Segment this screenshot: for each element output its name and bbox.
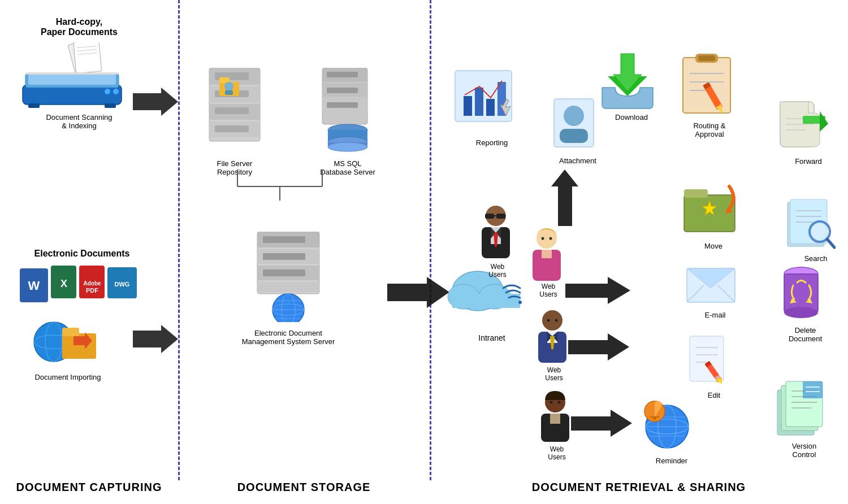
divider-1 [178,0,180,480]
svg-marker-139 [820,111,828,132]
svg-point-98 [555,319,558,322]
reminder-icon [639,396,695,454]
svg-marker-32 [133,325,178,353]
attachment-icon [551,96,596,155]
move-label: Move [691,242,736,250]
scanning-label: Document Scanning& Indexing [23,113,136,130]
svg-rect-14 [28,103,40,108]
arrow-user2-email [565,277,633,305]
database-icon [317,68,379,155]
web-user-2-label: WebUsers [529,283,568,298]
svg-point-106 [558,401,561,404]
web-user-4-label: WebUsers [537,445,577,461]
svg-rect-51 [327,88,358,93]
svg-point-93 [550,237,552,240]
svg-rect-10 [28,75,116,85]
svg-text:X: X [60,278,67,289]
web-user-4-icon [534,390,577,446]
edit-label: Edit [694,391,734,399]
version-icon [775,379,828,440]
svg-line-151 [827,239,834,247]
svg-point-12 [113,89,119,94]
routing-icon [678,51,735,118]
svg-rect-114 [464,96,472,116]
file-icons: W X Adobe PDF DWG [20,263,144,307]
svg-point-92 [542,237,544,240]
arrow-user3-edit [568,333,630,362]
svg-text:Adobe: Adobe [83,280,101,286]
svg-marker-111 [571,410,632,437]
svg-rect-45 [225,90,233,95]
section-storage: DOCUMENT STORAGE [178,481,430,494]
edit-icon [687,333,732,389]
attachment-label: Attachment [555,157,600,165]
svg-marker-76 [387,277,449,308]
electronic-title: Electronic Documents [23,249,141,259]
divider-2 [430,0,431,480]
section-capturing: DOCUMENT CAPTURING [0,481,178,494]
svg-point-81 [518,301,522,304]
scanner-icon [17,42,130,118]
reporting-icon [452,68,526,138]
svg-text:W: W [28,279,40,293]
edms-icon [243,232,334,324]
routing-label: Routing &Approval [681,121,738,138]
svg-rect-127 [698,55,715,61]
main-diagram: Hard-copy,Paper Documents [0,0,848,504]
section-retrieval: DOCUMENT RETRIEVAL & SHARING [430,481,848,494]
svg-point-150 [812,224,827,239]
svg-rect-84 [496,214,505,219]
web-user-3-label: WebUsers [534,366,574,382]
intranet-label: Intranet [458,333,526,342]
search-icon [785,197,836,253]
web-user-3-icon [531,308,574,367]
svg-rect-141 [684,189,708,198]
svg-point-70 [272,294,304,322]
download-label: Download [606,113,657,121]
svg-rect-80 [452,294,520,308]
svg-rect-116 [486,99,495,116]
forward-icon [777,99,828,155]
svg-rect-30 [62,328,79,336]
version-label: VersionControl [780,442,828,459]
arrow-scan-to-storage [133,88,178,118]
forward-label: Forward [786,157,831,166]
svg-point-159 [784,307,818,318]
svg-rect-67 [263,236,305,243]
svg-rect-41 [215,125,249,132]
svg-rect-50 [327,72,358,77]
document-import-icon [31,308,99,372]
svg-rect-69 [263,270,305,276]
svg-point-57 [328,142,367,151]
svg-rect-95 [542,250,552,258]
svg-point-178 [653,416,656,420]
arrow-edms-to-intranet [387,277,449,310]
svg-point-11 [105,89,110,94]
svg-point-120 [564,106,584,126]
delete-label: DeleteDocument [781,326,829,343]
svg-rect-68 [263,253,305,260]
svg-text:PDF: PDF [86,287,98,294]
svg-rect-40 [215,107,249,114]
importing-label: Document Importing [28,373,107,381]
file-server-icon [198,68,271,158]
edms-label: Electronic DocumentManagement System Ser… [226,329,351,346]
svg-marker-16 [133,88,178,116]
svg-marker-112 [551,170,578,226]
svg-rect-186 [803,381,823,398]
email-label: E-mail [693,311,738,319]
web-user-2-icon [526,226,568,285]
svg-rect-83 [485,214,494,219]
arrow-import-to-storage [133,325,178,355]
arrow-user1-attachment [551,170,579,226]
svg-text:DWG: DWG [115,281,130,288]
delete-icon [777,263,825,324]
svg-marker-110 [568,333,629,360]
hardcopy-title: Hard-copy,Paper Documents [23,17,136,37]
svg-rect-15 [105,103,116,108]
svg-point-96 [542,310,563,331]
email-icon [684,260,738,310]
svg-marker-109 [565,277,630,304]
svg-rect-66 [257,282,319,292]
svg-point-105 [550,401,553,404]
